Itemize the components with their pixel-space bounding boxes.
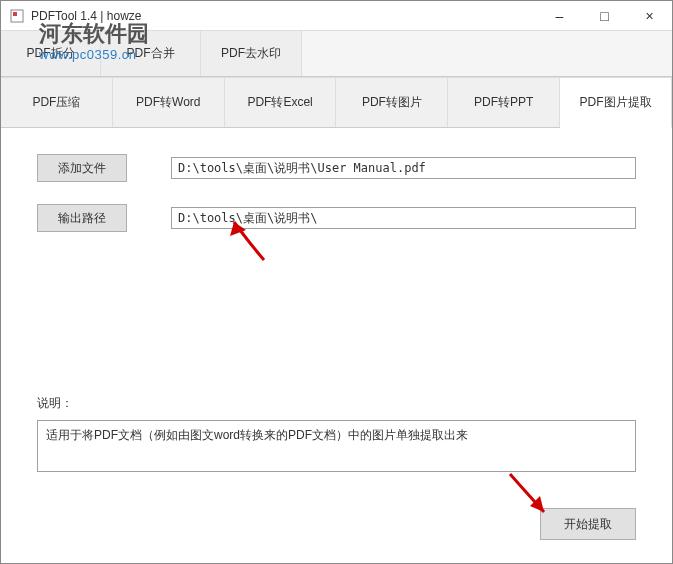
file-path-input[interactable] [171, 157, 636, 179]
output-path-input[interactable] [171, 207, 636, 229]
minimize-button[interactable]: – [537, 1, 582, 30]
window-controls: – □ × [537, 1, 672, 30]
tab-pdf-split[interactable]: PDF拆分 [1, 31, 101, 76]
tab-pdf-extract-images[interactable]: PDF图片提取 [560, 77, 672, 128]
tab-pdf-to-image[interactable]: PDF转图片 [336, 77, 448, 127]
svg-rect-1 [13, 12, 17, 16]
start-extract-button[interactable]: 开始提取 [540, 508, 636, 540]
description-text: 适用于将PDF文档（例如由图文word转换来的PDF文档）中的图片单独提取出来 [46, 428, 468, 442]
tab-pdf-remove-watermark[interactable]: PDF去水印 [201, 31, 302, 76]
tab-pdf-compress[interactable]: PDF压缩 [1, 77, 113, 127]
content-panel: 添加文件 输出路径 说明： 适用于将PDF文档（例如由图文word转换来的PDF… [1, 128, 672, 562]
description-label: 说明： [37, 395, 636, 412]
add-file-button[interactable]: 添加文件 [37, 154, 127, 182]
tab-pdf-to-excel[interactable]: PDF转Excel [225, 77, 337, 127]
description-box: 适用于将PDF文档（例如由图文word转换来的PDF文档）中的图片单独提取出来 [37, 420, 636, 472]
tab-pdf-to-word[interactable]: PDF转Word [113, 77, 225, 127]
description-section: 说明： 适用于将PDF文档（例如由图文word转换来的PDF文档）中的图片单独提… [37, 395, 636, 472]
window-title: PDFTool 1.4 | howze [31, 9, 537, 23]
app-icon [9, 8, 25, 24]
tabs-row-1: PDF拆分 PDF合并 PDF去水印 [1, 31, 672, 77]
tab-pdf-merge[interactable]: PDF合并 [101, 31, 201, 76]
output-path-button[interactable]: 输出路径 [37, 204, 127, 232]
close-button[interactable]: × [627, 1, 672, 30]
tab-pdf-to-ppt[interactable]: PDF转PPT [448, 77, 560, 127]
maximize-button[interactable]: □ [582, 1, 627, 30]
add-file-row: 添加文件 [37, 154, 636, 182]
tabs-row-2: PDF压缩 PDF转Word PDF转Excel PDF转图片 PDF转PPT … [1, 77, 672, 128]
titlebar: PDFTool 1.4 | howze – □ × [1, 1, 672, 31]
output-path-row: 输出路径 [37, 204, 636, 232]
